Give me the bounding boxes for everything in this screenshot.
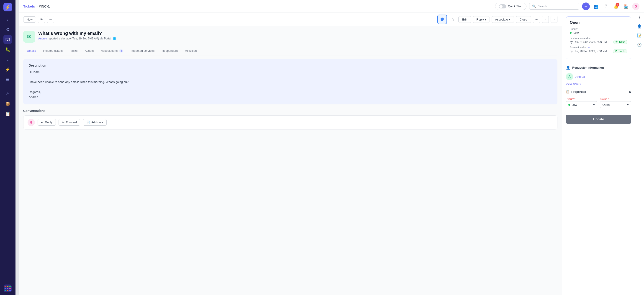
next-button[interactable]: › xyxy=(550,16,558,23)
topbar: Tickets › #INC-1 Quick Start 🔍 Search + … xyxy=(19,0,644,13)
associate-button[interactable]: Associate ▾ xyxy=(492,16,514,23)
reporter-link[interactable]: Andrea xyxy=(38,37,47,40)
email-ticket-icon: ✉ xyxy=(27,34,31,40)
search-placeholder: Search xyxy=(538,5,547,8)
status-required-star: * xyxy=(608,98,609,100)
sidebar-item-lightning[interactable]: ⚡ xyxy=(4,65,12,74)
breadcrumb-tickets[interactable]: Tickets xyxy=(23,4,35,8)
sidebar-item-tickets[interactable] xyxy=(4,35,12,44)
priority-select[interactable]: Low ▾ xyxy=(566,101,597,108)
reply-chevron-icon: ▾ xyxy=(485,18,486,21)
shield-active-button[interactable] xyxy=(438,15,447,24)
first-response-time: 1d 6h xyxy=(619,41,625,43)
conversation-forward-button[interactable]: ↪ Forward xyxy=(58,119,80,126)
requester-section-label: Requester information xyxy=(572,66,604,69)
first-response-date: by Thu, 21 Sep 2023, 2:00 PM xyxy=(570,40,607,44)
tab-assets[interactable]: Assets xyxy=(81,47,97,55)
edit-small-button[interactable]: ✏ xyxy=(47,16,54,23)
sidebar-item-alert[interactable]: ⚠ xyxy=(4,90,12,98)
requester-name[interactable]: Andrea xyxy=(576,75,585,78)
chevron-right-icon: › xyxy=(554,18,555,21)
conversation-reply-button[interactable]: ↩ Reply xyxy=(38,119,56,126)
tab-impacted-services[interactable]: Impacted services xyxy=(127,47,158,55)
more-button[interactable]: ⋯ xyxy=(533,16,540,23)
sidebar-item-security[interactable]: 🛡 xyxy=(4,55,12,64)
properties-collapse-icon[interactable]: ∧ xyxy=(628,90,631,94)
prop-priority-col: Priority * Low ▾ xyxy=(566,98,597,108)
conversation-reply-label: Reply xyxy=(45,121,52,124)
desc-line2: I have been unable to send any emails si… xyxy=(29,80,128,84)
view-button[interactable]: 👁 xyxy=(38,16,45,23)
add-button[interactable]: + xyxy=(582,3,590,10)
app-logo[interactable]: ⚡ xyxy=(4,3,12,12)
reply-button[interactable]: Reply ▾ xyxy=(473,16,490,23)
ticket-scroll-area: ✉ What's wrong with my email? Andrea rep… xyxy=(19,26,562,295)
contacts-button[interactable]: 👥 xyxy=(592,3,600,10)
conversation-forward-label: Forward xyxy=(66,121,77,124)
sidebar-apps-grid[interactable] xyxy=(4,284,12,292)
tab-related-tickets[interactable]: Related tickets xyxy=(40,47,66,55)
search-bar[interactable]: 🔍 Search xyxy=(529,3,579,10)
tab-tasks[interactable]: Tasks xyxy=(66,47,81,55)
sidebar-item-docs[interactable]: 📋 xyxy=(4,110,12,118)
ticket-title: What's wrong with my email? xyxy=(38,31,116,36)
conversation-bar: G ↩ Reply ↪ Forward 📄 Add note xyxy=(23,115,558,130)
resolution-label: Resolution due ✏ xyxy=(570,46,627,49)
sidebar-item-more[interactable]: ··· xyxy=(4,274,12,283)
tabs-bar: Details Related tickets Tasks Assets Ass… xyxy=(23,47,558,55)
priority-select-value: Low xyxy=(572,103,577,106)
status-select-chevron: ▾ xyxy=(627,103,629,106)
resolution-edit-icon[interactable]: ✏ xyxy=(588,46,590,49)
sidebar-item-home[interactable]: ⊙ xyxy=(4,25,12,34)
star-button[interactable]: ☆ xyxy=(449,16,456,23)
contacts-icon: 👥 xyxy=(594,4,598,9)
reply-label: Reply xyxy=(476,18,484,21)
quick-start-button[interactable]: Quick Start xyxy=(495,3,526,10)
user-avatar[interactable]: G xyxy=(632,3,640,10)
report-meta-text: reported a day ago (Tue, 19 Sep 5:09 AM)… xyxy=(48,37,111,40)
edit-button[interactable]: Edit xyxy=(458,16,471,23)
update-button[interactable]: Update xyxy=(566,115,631,124)
sidebar-item-bugs[interactable]: 🐛 xyxy=(4,45,12,54)
sidebar-item-list[interactable]: ☰ xyxy=(4,75,12,84)
ticket-main: New 👁 ✏ ☆ Edit Reply ▾ xyxy=(19,13,562,295)
select-priority-dot xyxy=(568,104,570,106)
tab-activities[interactable]: Activities xyxy=(181,47,200,55)
associate-chevron-icon: ▾ xyxy=(509,18,510,21)
new-button[interactable]: New xyxy=(23,17,36,23)
priority-value: Low xyxy=(574,31,579,35)
priority-required-star: * xyxy=(574,98,575,100)
right-panel-info-button[interactable]: ℹ xyxy=(635,13,644,22)
sidebar: ⚡ › ⊙ 🐛 🛡 ⚡ ☰ ⚠ 📦 📋 ··· xyxy=(0,0,16,295)
forward-arrow-icon: ↪ xyxy=(62,121,64,124)
clock-icon-small-2: ⏱ xyxy=(615,50,617,53)
status-select-value: Open xyxy=(602,103,610,106)
star-icon: ☆ xyxy=(451,17,454,22)
view-more-button[interactable]: View more ▾ xyxy=(562,82,635,87)
marketplace-button[interactable]: 🏪 xyxy=(622,3,630,10)
description-text: Hi Team, I have been unable to send any … xyxy=(29,70,552,100)
note-icon: 📄 xyxy=(86,121,90,124)
tab-associations[interactable]: Associations 2 xyxy=(97,47,127,55)
right-panel-notes-button[interactable]: 📝 xyxy=(635,31,644,40)
ticket-header-info: What's wrong with my email? Andrea repor… xyxy=(38,31,116,40)
add-note-label: Add note xyxy=(91,121,103,124)
right-panel-user-button[interactable]: 👤 xyxy=(635,22,644,31)
quick-start-toggle[interactable] xyxy=(499,4,506,9)
breadcrumb: Tickets › #INC-1 xyxy=(23,4,50,9)
add-note-button[interactable]: 📄 Add note xyxy=(83,119,106,126)
priority-row-label: Priority xyxy=(570,28,627,30)
sidebar-item-layers[interactable]: 📦 xyxy=(4,100,12,108)
desc-line4: Andrea xyxy=(29,95,38,99)
help-button[interactable]: ? xyxy=(602,3,610,10)
status-select[interactable]: Open ▾ xyxy=(600,101,632,108)
notifications-button[interactable]: 🔔 1 xyxy=(612,3,620,10)
tab-responders[interactable]: Responders xyxy=(158,47,181,55)
sidebar-item-collapse[interactable]: › xyxy=(4,15,12,24)
right-panel-clock-button[interactable]: 🕐 xyxy=(635,40,644,49)
sidebar-collapse-handle[interactable]: › xyxy=(16,0,19,295)
prev-button[interactable]: ‹ xyxy=(542,16,549,23)
tab-details[interactable]: Details xyxy=(23,47,40,55)
close-button[interactable]: Close xyxy=(516,16,531,23)
first-response-row: First response due by Thu, 21 Sep 2023, … xyxy=(570,37,627,44)
